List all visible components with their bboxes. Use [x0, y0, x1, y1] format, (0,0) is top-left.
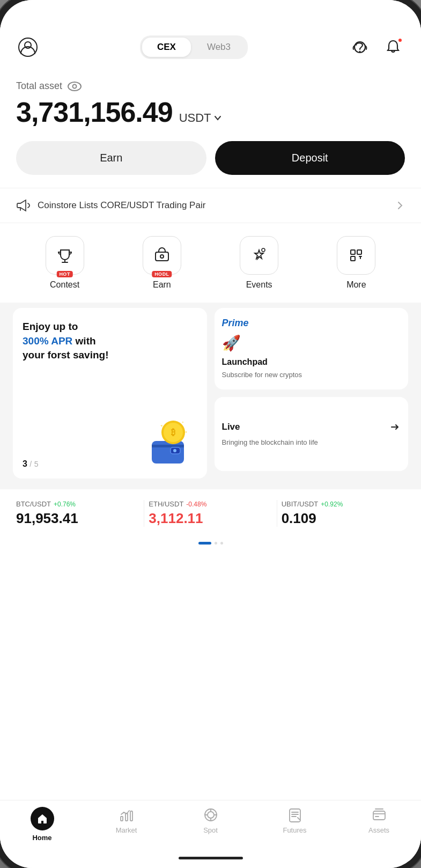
promo-card-launchpad[interactable]: Prime 🚀 Launchpad Subscribe for new cryp… — [215, 308, 409, 389]
bottom-nav: Home Market — [0, 800, 421, 852]
svg-text:₿: ₿ — [171, 428, 175, 437]
svg-rect-21 — [130, 811, 132, 821]
nav-market[interactable]: Market — [84, 807, 168, 842]
main-scroll: Total asset 3,731,156.49 USDT — [0, 70, 421, 800]
ticker-eth[interactable]: ETH/USDT -0.48% 3,112.11 — [149, 500, 272, 527]
contest-label: Contest — [50, 280, 79, 290]
ticker-btc[interactable]: BTC/USDT +0.76% 91,953.41 — [16, 500, 139, 527]
svg-rect-10 — [357, 250, 361, 254]
assets-label: Assets — [368, 826, 389, 834]
tab-web3[interactable]: Web3 — [192, 38, 246, 57]
tab-cex[interactable]: CEX — [142, 38, 191, 57]
eth-price: 3,112.11 — [149, 510, 272, 527]
svg-rect-25 — [373, 811, 385, 820]
nav-assets[interactable]: Assets — [337, 807, 421, 842]
ticker-section: BTC/USDT +0.76% 91,953.41 ETH/USDT -0.48… — [0, 489, 421, 538]
svg-rect-20 — [125, 813, 128, 821]
hodl-badge: HODL — [152, 271, 172, 277]
more-icon — [346, 246, 366, 265]
svg-point-7 — [160, 255, 164, 258]
market-label: Market — [116, 826, 137, 834]
live-subtitle: Bringing the blockchain into life — [222, 438, 401, 447]
home-indicator — [179, 857, 243, 859]
ubit-price: 0.109 — [282, 510, 405, 527]
svg-point-8 — [262, 248, 265, 252]
market-icon — [119, 807, 135, 823]
eth-pair: ETH/USDT — [149, 500, 183, 508]
bottom-bar — [0, 852, 421, 868]
futures-icon — [287, 807, 303, 823]
profile-button[interactable] — [16, 35, 40, 59]
svg-rect-6 — [156, 252, 168, 261]
status-bar — [0, 0, 421, 27]
scroll-dot-active — [198, 542, 211, 545]
asset-label-text: Total asset — [16, 80, 62, 92]
ticker-ubit[interactable]: UBIT/USDT +0.92% 0.109 — [282, 500, 405, 527]
btc-change: +0.76% — [54, 501, 76, 508]
earn-button[interactable]: Earn — [16, 141, 206, 175]
promo-right-column: Prime 🚀 Launchpad Subscribe for new cryp… — [215, 308, 409, 471]
svg-rect-13 — [152, 445, 184, 447]
svg-point-3 — [359, 51, 360, 53]
deposit-button[interactable]: Deposit — [215, 141, 405, 175]
btc-pair: BTC/USDT — [16, 500, 51, 508]
mode-tabs: CEX Web3 — [140, 35, 248, 59]
nav-futures[interactable]: Futures — [253, 807, 337, 842]
scroll-indicator — [0, 538, 421, 547]
earn-icon-box: HODL — [143, 236, 181, 275]
nav-item-contest[interactable]: HOT Contest — [16, 236, 113, 290]
svg-rect-19 — [121, 816, 123, 821]
home-label: Home — [32, 834, 51, 842]
promo-card-savings[interactable]: Enjoy up to 300% APR with your forst sav… — [13, 308, 207, 479]
svg-point-4 — [68, 82, 81, 91]
live-title: Live — [222, 422, 240, 432]
events-icon-box — [240, 236, 278, 275]
nav-item-earn[interactable]: HODL Earn — [113, 236, 210, 290]
promo-headline: Enjoy up to 300% APR with your forst sav… — [23, 320, 197, 363]
promo-section: Enjoy up to 300% APR with your forst sav… — [0, 303, 421, 489]
events-icon — [249, 246, 269, 265]
announcement-bar[interactable]: Coinstore Lists CORE/USDT Trading Pair — [0, 188, 421, 223]
svg-point-15 — [173, 449, 176, 452]
asset-section: Total asset 3,731,156.49 USDT — [0, 70, 421, 188]
earn-icon — [152, 246, 172, 265]
support-button[interactable] — [348, 35, 372, 59]
nav-item-events[interactable]: Events — [211, 236, 308, 290]
more-icon-box — [337, 236, 375, 275]
notification-button[interactable] — [381, 35, 405, 59]
promo-card-live[interactable]: Live Bringing the blockchain into life — [215, 397, 409, 471]
nav-item-more[interactable]: More — [308, 236, 405, 290]
scroll-dot-inactive-2 — [220, 542, 223, 545]
asset-currency[interactable]: USDT — [179, 111, 222, 125]
chevron-right-icon — [395, 201, 405, 210]
header-actions — [348, 35, 405, 59]
ubit-pair: UBIT/USDT — [282, 500, 319, 508]
dropdown-icon — [213, 114, 222, 122]
events-label: Events — [246, 280, 272, 290]
announcement-text: Coinstore Lists CORE/USDT Trading Pair — [38, 200, 205, 211]
nav-spot[interactable]: Spot — [168, 807, 253, 842]
promo-grid: Enjoy up to 300% APR with your forst sav… — [13, 308, 408, 479]
svg-rect-9 — [351, 250, 355, 254]
asset-amount-value: 3,731,156.49 — [16, 96, 173, 128]
coin-illustration: ₿ — [144, 415, 197, 469]
announcement-content: Coinstore Lists CORE/USDT Trading Pair — [16, 198, 205, 213]
spot-icon — [203, 807, 219, 823]
assets-icon — [371, 807, 387, 823]
spot-label: Spot — [203, 826, 218, 834]
notification-dot — [397, 38, 403, 43]
home-icon — [31, 807, 54, 830]
launchpad-title: Launchpad — [222, 357, 401, 367]
quick-nav: HOT Contest HODL Earn — [0, 223, 421, 303]
svg-point-23 — [208, 812, 214, 818]
rocket-icon: 🚀 — [222, 334, 401, 352]
nav-home[interactable]: Home — [0, 807, 84, 842]
svg-rect-24 — [290, 809, 300, 822]
arrow-right-icon — [389, 421, 401, 433]
app-content: CEX Web3 — [0, 27, 421, 868]
coin-svg: ₿ — [144, 415, 197, 469]
earn-nav-label: Earn — [153, 280, 171, 290]
action-buttons: Earn Deposit — [16, 141, 405, 175]
eye-icon[interactable] — [68, 81, 82, 92]
live-card-top: Live — [222, 421, 401, 433]
